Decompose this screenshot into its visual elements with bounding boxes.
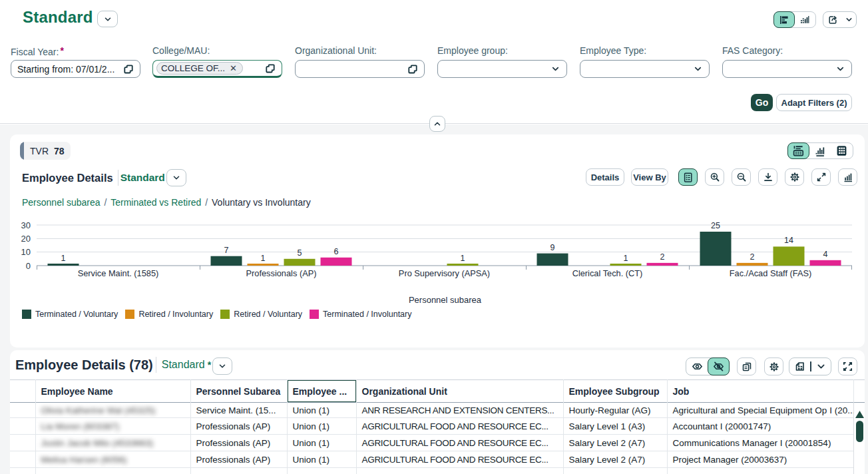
svg-text:1: 1	[624, 254, 628, 263]
svg-text:10: 10	[21, 247, 31, 257]
svg-text:14: 14	[784, 236, 793, 245]
svg-text:Professionals (AP): Professionals (AP)	[246, 268, 317, 278]
svg-text:7: 7	[224, 246, 229, 255]
svg-text:1: 1	[261, 254, 266, 263]
svg-text:9: 9	[550, 243, 555, 252]
svg-text:0: 0	[26, 261, 31, 271]
svg-text:5: 5	[298, 248, 302, 258]
svg-text:25: 25	[711, 221, 720, 230]
svg-text:Service Maint. (1585): Service Maint. (1585)	[78, 268, 159, 278]
svg-text:Fac./Acad Staff (FAS): Fac./Acad Staff (FAS)	[730, 268, 812, 278]
svg-text:2: 2	[660, 252, 665, 262]
svg-text:20: 20	[21, 234, 31, 244]
svg-text:Clerical Tech. (CT): Clerical Tech. (CT)	[572, 268, 643, 278]
svg-text:1: 1	[461, 254, 465, 263]
svg-text:6: 6	[334, 247, 339, 256]
svg-text:30: 30	[21, 220, 31, 230]
svg-text:4: 4	[823, 250, 828, 259]
svg-text:Pro Supervisory (APSA): Pro Supervisory (APSA)	[399, 268, 490, 278]
svg-text:2: 2	[750, 252, 755, 262]
svg-text:1: 1	[61, 254, 66, 263]
